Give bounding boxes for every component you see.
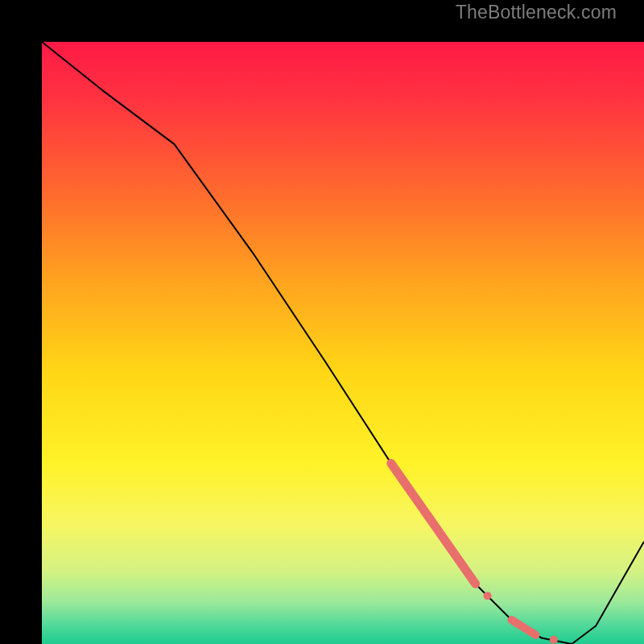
highlight-dot-2 — [550, 636, 558, 644]
chart-frame — [0, 0, 644, 644]
chart-svg — [42, 42, 644, 644]
chart-background — [42, 42, 644, 644]
chart-plot-area — [42, 42, 644, 644]
highlight-dot-1 — [484, 592, 492, 600]
